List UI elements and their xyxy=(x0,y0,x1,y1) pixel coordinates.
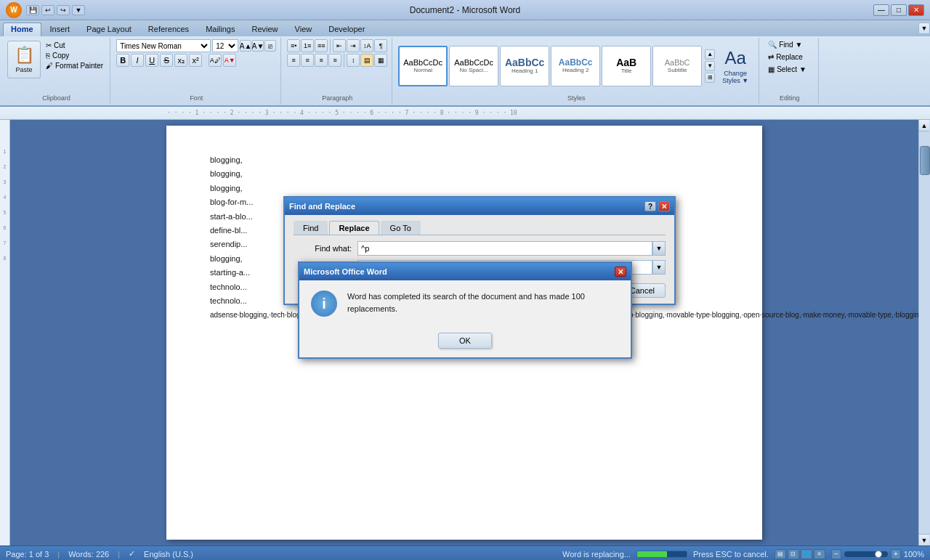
full-screen-button[interactable]: ⊡ xyxy=(788,549,799,559)
bullets-button[interactable]: ≡• xyxy=(287,39,300,52)
line-spacing-button[interactable]: ↕ xyxy=(347,54,360,67)
save-icon[interactable]: 💾 xyxy=(26,5,39,15)
font-color-button[interactable]: A▼ xyxy=(223,54,236,67)
alert-dialog[interactable]: Microsoft Office Word ✕ i Word has compl… xyxy=(298,261,632,359)
style-heading2-button[interactable]: AaBbCc Heading 2 xyxy=(551,46,600,86)
italic-button[interactable]: I xyxy=(131,54,144,67)
style-no-spacing-button[interactable]: AaBbCcDc No Spaci... xyxy=(449,46,498,86)
dialog-tab-replace[interactable]: Replace xyxy=(329,221,379,235)
tab-review[interactable]: Review xyxy=(243,23,286,36)
clipboard-small-buttons: ✂ Cut ⎘ Copy 🖌 Format Painter xyxy=(44,41,105,70)
print-layout-button[interactable]: ▤ xyxy=(775,549,786,559)
tab-developer[interactable]: Developer xyxy=(320,23,373,36)
styles-scroll-down-button[interactable]: ▼ xyxy=(705,61,715,71)
style-title-button[interactable]: AaB Title xyxy=(602,46,651,86)
zoom-in-button[interactable]: + xyxy=(891,549,901,559)
find-button[interactable]: 🔍 Find ▼ xyxy=(765,39,814,50)
paste-button[interactable]: 📋 Paste xyxy=(7,41,41,78)
find-what-input-wrapper: ▼ xyxy=(357,241,666,256)
customize-icon[interactable]: ▼ xyxy=(72,5,85,15)
close-button[interactable]: ✕ xyxy=(908,4,924,16)
zoom-percentage: 100% xyxy=(904,550,924,559)
underline-button[interactable]: U xyxy=(145,54,158,67)
ruler-mark: 3 xyxy=(4,179,7,184)
shading-button[interactable]: ▤ xyxy=(360,54,373,67)
font-size-select[interactable]: 12 xyxy=(212,39,238,52)
paste-label: Paste xyxy=(15,66,32,73)
increase-font-size-button[interactable]: A▲ xyxy=(240,40,251,52)
styles-expand-button[interactable]: ⊞ xyxy=(705,73,715,83)
strikethrough-button[interactable]: S xyxy=(160,54,173,67)
undo-icon[interactable]: ↩ xyxy=(41,5,54,15)
decrease-font-size-button[interactable]: A▼ xyxy=(252,40,264,52)
find-what-field: Find what: ▼ xyxy=(294,241,666,256)
tab-page-layout[interactable]: Page Layout xyxy=(78,23,140,36)
copy-button[interactable]: ⎘ Copy xyxy=(44,51,105,60)
align-center-button[interactable]: ≡ xyxy=(301,54,314,67)
styles-scroll-up-button[interactable]: ▲ xyxy=(705,49,715,60)
format-painter-button[interactable]: 🖌 Format Painter xyxy=(44,61,105,70)
tab-references[interactable]: References xyxy=(140,23,197,36)
ruler-marks: · · · · 1 · · · · 2 · · · · 3 · · · · 4 … xyxy=(1,110,517,116)
alert-close-button[interactable]: ✕ xyxy=(615,267,626,277)
outline-button[interactable]: ≡ xyxy=(814,549,825,559)
replacing-text: Word is replacing... xyxy=(562,550,631,559)
web-layout-button[interactable]: 🌐 xyxy=(801,549,812,559)
status-left: Page: 1 of 3 | Words: 226 | ✓ English (U… xyxy=(6,549,193,559)
find-what-input[interactable] xyxy=(357,241,652,256)
dialog-tab-goto[interactable]: Go To xyxy=(381,221,421,235)
dialog-title: Find and Replace xyxy=(289,202,355,211)
show-formatting-button[interactable]: ¶ xyxy=(374,39,387,52)
bold-button[interactable]: B xyxy=(116,54,129,67)
alert-title: Microsoft Office Word xyxy=(304,267,387,276)
replace-button[interactable]: ⇄ Replace xyxy=(765,52,814,62)
decrease-indent-button[interactable]: ⇤ xyxy=(333,39,346,52)
dialog-tab-find[interactable]: Find xyxy=(294,221,328,235)
ribbon-expand-icon[interactable]: ▼ xyxy=(918,23,930,34)
spell-check-icon: ✓ xyxy=(129,549,135,559)
subscript-button[interactable]: x₂ xyxy=(174,54,187,67)
tab-mailings[interactable]: Mailings xyxy=(198,23,243,36)
tab-view[interactable]: View xyxy=(287,23,320,36)
scroll-down-button[interactable]: ▼ xyxy=(919,534,929,545)
window-title: Document2 - Microsoft Word xyxy=(410,5,521,15)
change-styles-button[interactable]: Aa ChangeStyles ▼ xyxy=(716,46,754,86)
multilevel-list-button[interactable]: ≡≡ xyxy=(315,39,328,52)
zoom-out-button[interactable]: − xyxy=(831,549,841,559)
scroll-up-button[interactable]: ▲ xyxy=(919,120,929,131)
dialog-close-button[interactable]: ✕ xyxy=(658,201,670,211)
increase-indent-button[interactable]: ⇥ xyxy=(347,39,360,52)
superscript-button[interactable]: x² xyxy=(189,54,202,67)
cut-button[interactable]: ✂ Cut xyxy=(44,41,105,50)
editing-group: 🔍 Find ▼ ⇄ Replace ▦ Select ▼ Editing xyxy=(761,38,819,104)
zoom-slider[interactable] xyxy=(844,551,888,557)
paragraph-group: ≡• 1≡ ≡≡ ⇤ ⇥ ↕A ¶ ≡ ≡ ≡ ≡ ↕ ▤ xyxy=(283,38,392,104)
dialog-help-button[interactable]: ? xyxy=(644,201,656,211)
minimize-button[interactable]: — xyxy=(873,4,889,16)
replace-with-dropdown[interactable]: ▼ xyxy=(652,260,666,275)
text-highlight-button[interactable]: A🖊 xyxy=(209,54,222,67)
alert-ok-button[interactable]: OK xyxy=(438,333,492,349)
style-subtitle-button[interactable]: AaBbC Subtitle xyxy=(652,46,702,86)
style-normal-button[interactable]: AaBbCcDc Normal xyxy=(398,46,448,86)
find-what-dropdown[interactable]: ▼ xyxy=(652,241,666,256)
font-size-buttons: A▲ A▼ ⎚ xyxy=(240,40,276,52)
justify-button[interactable]: ≡ xyxy=(328,54,341,67)
select-button[interactable]: ▦ Select ▼ xyxy=(765,64,814,75)
style-heading1-button[interactable]: AaBbCc Heading 1 xyxy=(500,46,549,86)
align-right-button[interactable]: ≡ xyxy=(315,54,328,67)
align-left-button[interactable]: ≡ xyxy=(287,54,300,67)
font-name-select[interactable]: Times New Roman xyxy=(116,39,211,52)
clear-formatting-button[interactable]: ⎚ xyxy=(264,40,276,52)
numbering-button[interactable]: 1≡ xyxy=(301,39,314,52)
borders-button[interactable]: ▦ xyxy=(374,54,387,67)
scroll-thumb[interactable] xyxy=(920,146,930,175)
status-bar: Page: 1 of 3 | Words: 226 | ✓ English (U… xyxy=(0,545,930,560)
redo-icon[interactable]: ↪ xyxy=(57,5,70,15)
sort-button[interactable]: ↕A xyxy=(360,39,373,52)
divider xyxy=(344,54,344,67)
tab-insert[interactable]: Insert xyxy=(42,23,78,36)
maximize-button[interactable]: □ xyxy=(891,4,907,16)
tab-home[interactable]: Home xyxy=(3,23,41,36)
vertical-scrollbar[interactable]: ▲ ▼ xyxy=(918,120,930,545)
